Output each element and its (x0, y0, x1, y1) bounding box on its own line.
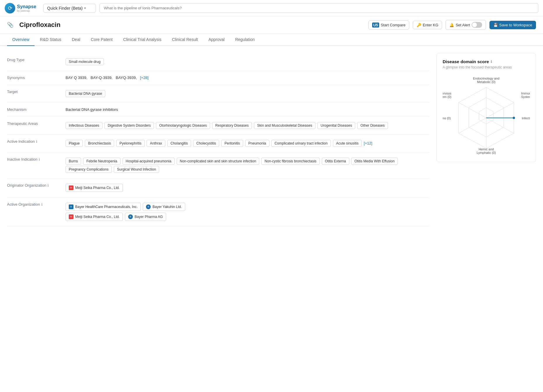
active-org-label: Active Organization ℹ (7, 202, 66, 207)
enter-kg-button[interactable]: 🔑 Enter KG (413, 21, 442, 29)
navbar: ⟳ Synapse by patsnap Quick Finder (Beta)… (0, 0, 543, 16)
quick-finder-dropdown[interactable]: Quick Finder (Beta) ▾ (43, 4, 96, 13)
drug-type-chip: Small molecule drug (66, 58, 104, 65)
save-label: Save to Workspace (499, 23, 532, 27)
ai-chip-10: Acute sinusitis (333, 140, 362, 147)
synonyms-value: BAY Q 3939, BAY-Q-3939, BAYQ-3939, [+28] (66, 75, 429, 80)
meiji-logo-icon: M (69, 185, 73, 190)
svg-text:Immune: Immune (521, 92, 530, 95)
originator-badge-1[interactable]: M Meiji Seika Pharma Co., Ltd. (66, 184, 123, 192)
disease-card-title: Disease domain score ℹ (443, 59, 530, 64)
ai-chip-5: Cholangitis (167, 140, 191, 147)
ta-chip-5: Skin and Musculoskeletal Diseases (254, 122, 315, 129)
ai-chip-7: Peritonitis (221, 140, 243, 147)
ta-chip-2: Digestive System Disorders (104, 122, 154, 129)
ai-chip-6: Cholecystitis (193, 140, 219, 147)
alert-toggle[interactable] (472, 22, 482, 28)
bayer-logo-icon-2: B (146, 204, 151, 209)
compare-button[interactable]: U5 Start Compare (368, 20, 409, 30)
originator-org-label: Originator Organization ℹ (7, 183, 66, 188)
active-indication-label: Active Indication ℹ (7, 139, 66, 144)
synonym-1: BAY Q 3939, (66, 75, 90, 80)
disease-domain-card: Disease domain score ℹ A glimpse into th… (437, 53, 536, 162)
active-indication-more-link[interactable]: [+12] (364, 141, 372, 145)
tab-regulation[interactable]: Regulation (230, 34, 260, 46)
set-alert-label: Set Alert (456, 23, 470, 27)
active-org-badge-4[interactable]: B Bayer Pharma AG (125, 213, 166, 221)
svg-text:Infectious (14): Infectious (14) (522, 116, 530, 120)
disease-title-text: Disease domain score (443, 59, 489, 64)
ta-chip-6: Urogenital Diseases (317, 122, 355, 129)
save-icon: 💾 (493, 23, 498, 27)
save-button[interactable]: 💾 Save to Workspace (489, 21, 536, 29)
active-org-name-1: Bayer HealthCare Pharmaceuticals, Inc. (75, 205, 138, 209)
ii-chip-8: Pregnancy Complications (66, 166, 112, 173)
svg-text:System (0): System (0) (443, 95, 451, 99)
tab-deal[interactable]: Deal (67, 34, 86, 46)
active-org-badge-2[interactable]: B Bayer Yakuhin Ltd. (143, 203, 185, 211)
active-org-info-icon[interactable]: ℹ (41, 202, 43, 207)
originator-org-row: Originator Organization ℹ M Meiji Seika … (7, 178, 429, 197)
active-org-name-3: Meiji Seika Pharma Co., Ltd. (75, 215, 120, 219)
svg-point-18 (513, 117, 515, 119)
tab-clinical-result[interactable]: Clinical Result (167, 34, 203, 46)
ii-chip-4: Non-complicated skin and skin structure … (177, 158, 260, 165)
tab-navigation: OverviewR&D StatusDealCore PatentClinica… (0, 34, 543, 46)
tab-core-patent[interactable]: Core Patent (85, 34, 118, 46)
svg-text:Nervous: Nervous (443, 92, 451, 95)
info-section: Drug Type Small molecule drug Synonyms B… (7, 53, 429, 226)
active-indication-info-icon[interactable]: ℹ (36, 140, 37, 144)
therapeutic-areas-row: Therapeutic Areas Infectious Diseases Di… (7, 117, 429, 135)
ai-chip-9: Complicated urinary tract infection (271, 140, 331, 147)
search-input[interactable] (99, 3, 538, 13)
disease-title-info-icon[interactable]: ℹ (491, 60, 492, 64)
ii-chip-6: Otitis Externa (322, 158, 349, 165)
active-indication-row: Active Indication ℹ Plague Bronchiectasi… (7, 135, 429, 152)
mechanism-label: Mechanism (7, 107, 66, 112)
originator-org-info-icon[interactable]: ℹ (47, 183, 49, 188)
ai-chip-8: Pneumonia (245, 140, 269, 147)
active-org-badge-1[interactable]: B Bayer HealthCare Pharmaceuticals, Inc. (66, 203, 141, 211)
drug-icon: 📎 (7, 22, 13, 28)
synonym-2: BAY-Q-3939, (91, 75, 115, 80)
ta-chip-7: Other Diseases (357, 122, 388, 129)
page-toolbar: 📎 Ciprofloxacin U5 Start Compare 🔑 Enter… (0, 16, 543, 34)
ta-chip-1: Infectious Diseases (66, 122, 102, 129)
tab-approval[interactable]: Approval (203, 34, 230, 46)
active-org-value: B Bayer HealthCare Pharmaceuticals, Inc.… (66, 202, 429, 221)
app-name: Synapse (17, 4, 36, 9)
originator-org-value: M Meiji Seika Pharma Co., Ltd. (66, 183, 429, 192)
originator-name-1: Meiji Seika Pharma Co., Ltd. (75, 186, 120, 190)
alert-icon: 🔔 (449, 23, 454, 27)
tab-clinical-trial[interactable]: Clinical Trial Analysis (118, 34, 167, 46)
active-org-badge-3[interactable]: M Meiji Seika Pharma Co., Ltd. (66, 213, 123, 221)
drug-type-row: Drug Type Small molecule drug (7, 53, 429, 71)
svg-text:Neoplasms (0): Neoplasms (0) (443, 116, 451, 120)
ii-chip-7: Otitis Media With Effusion (351, 158, 398, 165)
active-org-row: Active Organization ℹ B Bayer HealthCare… (7, 197, 429, 226)
active-org-name-4: Bayer Pharma AG (135, 215, 163, 219)
ii-chip-5: Non-cystic fibrosis bronchiectasis (261, 158, 319, 165)
therapeutic-areas-label: Therapeutic Areas (7, 121, 66, 126)
tab-overview[interactable]: Overview (7, 34, 35, 46)
set-alert-button[interactable]: 🔔 Set Alert (446, 20, 486, 30)
chevron-down-icon: ▾ (84, 6, 86, 10)
synonyms-more-link[interactable]: [+28] (140, 75, 148, 80)
synonyms-label: Synonyms (7, 75, 66, 80)
svg-text:System (0): System (0) (521, 95, 530, 99)
bayer-logo-icon-1: B (69, 204, 73, 209)
logo-symbol: ⟳ (8, 5, 12, 11)
ai-chip-1: Plague (66, 140, 83, 147)
target-label: Target (7, 90, 66, 94)
tab-rd[interactable]: R&D Status (35, 34, 66, 46)
compare-icon: U5 (372, 23, 379, 27)
drug-type-value: Small molecule drug (66, 58, 429, 66)
disease-domain-sidebar: Disease domain score ℹ A glimpse into th… (437, 53, 536, 226)
bayer-logo-icon-3: B (128, 214, 133, 219)
ii-chip-2: Febrile Neutropenia (83, 158, 120, 165)
enter-kg-label: Enter KG (423, 23, 438, 27)
ii-chip-1: Burns (66, 158, 81, 165)
logo-text-block: Synapse by patsnap (17, 4, 36, 12)
mechanism-row: Mechanism Bacterial DNA gyrase inhibitor… (7, 103, 429, 117)
inactive-indication-info-icon[interactable]: ℹ (39, 157, 40, 161)
